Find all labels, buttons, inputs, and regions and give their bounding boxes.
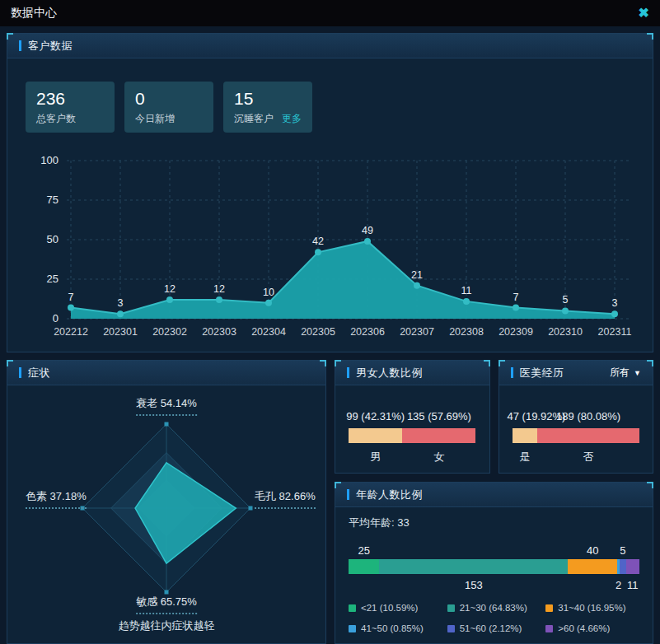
trend-data-point[interactable] bbox=[513, 305, 519, 311]
legend-label: 51~60 (2.12%) bbox=[460, 623, 522, 633]
y-axis-tick: 100 bbox=[40, 154, 59, 166]
bar-segment[interactable] bbox=[349, 428, 402, 443]
trend-data-point[interactable] bbox=[216, 296, 222, 303]
trend-data-point[interactable] bbox=[611, 310, 618, 317]
bar-segment[interactable] bbox=[402, 428, 475, 443]
trend-value-label: 21 bbox=[411, 269, 423, 281]
total-customers-value: 236 bbox=[36, 88, 104, 109]
age-count-label: 11 bbox=[627, 579, 639, 591]
radar-axis-label-text: 衰老 54.14% bbox=[136, 397, 197, 409]
trend-data-point[interactable] bbox=[364, 238, 371, 245]
legend-item[interactable]: 41~50 (0.85%) bbox=[349, 623, 442, 633]
legend-item[interactable]: 21~30 (64.83%) bbox=[447, 603, 541, 613]
age-top-labels: 25405 bbox=[349, 544, 639, 558]
segment-category-label: 否 bbox=[583, 450, 594, 464]
trend-data-point[interactable] bbox=[265, 300, 272, 306]
age-count-label: 153 bbox=[465, 579, 483, 591]
age-panel-title: 年龄人数比例 bbox=[356, 488, 423, 502]
age-bar-segment[interactable] bbox=[349, 559, 379, 574]
trend-data-point[interactable] bbox=[117, 310, 124, 317]
gender-labels-row: 男女 bbox=[349, 450, 476, 464]
dotted-underline bbox=[26, 507, 87, 509]
trend-data-point[interactable] bbox=[463, 298, 470, 305]
gender-panel-title: 男女人数比例 bbox=[356, 366, 423, 380]
trend-value-label: 42 bbox=[312, 236, 324, 247]
gender-bar bbox=[349, 428, 476, 443]
x-axis-label: 202307 bbox=[400, 326, 434, 338]
customer-panel-title: 客户数据 bbox=[28, 39, 73, 54]
trend-data-point[interactable] bbox=[315, 249, 321, 255]
age-panel-body: 平均年龄: 33 25405 153211 <21 (10.59%)21~30 … bbox=[335, 507, 653, 637]
x-axis-label: 202304 bbox=[251, 326, 286, 338]
radar-axis-label: 色素 37.18% bbox=[26, 489, 87, 509]
x-axis-label: 202212 bbox=[54, 326, 88, 338]
radar-axis-label-text: 敏感 65.75% bbox=[136, 595, 197, 608]
legend-swatch bbox=[545, 625, 553, 632]
average-age-label: 平均年龄: bbox=[349, 516, 395, 529]
trend-area-fill bbox=[71, 241, 615, 319]
radar-axis-label: 敏感 65.75% bbox=[136, 595, 197, 614]
trend-value-label: 10 bbox=[263, 287, 274, 298]
new-today-value: 0 bbox=[135, 88, 203, 109]
legend-label: >60 (4.66%) bbox=[558, 623, 610, 633]
legend-swatch bbox=[349, 604, 356, 612]
age-count-label: 2 bbox=[616, 579, 621, 591]
age-count-label: 40 bbox=[587, 544, 598, 557]
gender-ratio-panel: 男女人数比例 99 (42.31%)135 (57.69%) 男女 bbox=[335, 360, 490, 474]
medbeauty-labels-row: 是否 bbox=[513, 450, 640, 464]
age-bar-segment[interactable] bbox=[620, 559, 625, 574]
legend-item[interactable]: 51~60 (2.12%) bbox=[447, 623, 541, 633]
age-count-label: 25 bbox=[358, 544, 369, 557]
trend-data-point[interactable] bbox=[68, 305, 74, 311]
dashboard-content: 客户数据 236 总客户数 0 今日新增 15 bbox=[0, 26, 660, 644]
age-bottom-labels: 153211 bbox=[349, 579, 639, 592]
y-axis-tick: 25 bbox=[47, 273, 59, 285]
y-axis-tick: 50 bbox=[47, 233, 59, 245]
trend-value-label: 7 bbox=[513, 292, 519, 303]
segment-value-label: 189 (80.08%) bbox=[556, 410, 620, 422]
dotted-underline bbox=[255, 507, 316, 509]
legend-item[interactable]: <21 (10.59%) bbox=[349, 603, 442, 613]
x-axis-label: 202311 bbox=[598, 326, 632, 338]
trend-value-label: 12 bbox=[164, 283, 176, 295]
trend-value-label: 3 bbox=[612, 297, 618, 309]
age-bar bbox=[349, 559, 639, 574]
customer-panel-header: 客户数据 bbox=[7, 34, 653, 58]
legend-item[interactable]: 31~40 (16.95%) bbox=[545, 603, 639, 613]
symptoms-panel: 症状 衰老 54.14%毛孔 82.66%敏感 65.75%色素 37.18% … bbox=[7, 360, 326, 644]
gender-values-row: 99 (42.31%)135 (57.69%) bbox=[349, 410, 476, 424]
stat-card-total-customers: 236 总客户数 bbox=[26, 82, 115, 133]
legend-label: 21~30 (64.83%) bbox=[460, 603, 527, 613]
age-bar-segment[interactable] bbox=[568, 559, 617, 574]
trend-value-label: 3 bbox=[118, 297, 124, 309]
segment-category-label: 男 bbox=[370, 450, 381, 464]
trend-value-label: 12 bbox=[213, 283, 225, 295]
bar-segment[interactable] bbox=[537, 428, 639, 443]
medbeauty-bar bbox=[513, 428, 640, 443]
trend-data-point[interactable] bbox=[414, 282, 420, 289]
age-bar-segment[interactable] bbox=[626, 559, 639, 574]
age-legend: <21 (10.59%)21~30 (64.83%)31~40 (16.95%)… bbox=[349, 603, 639, 633]
title-accent-bar bbox=[19, 367, 21, 378]
total-customers-label: 总客户数 bbox=[36, 112, 76, 126]
customer-data-panel: 客户数据 236 总客户数 0 今日新增 15 bbox=[7, 33, 653, 352]
title-accent-bar bbox=[347, 489, 349, 500]
legend-item[interactable]: >60 (4.66%) bbox=[545, 623, 639, 633]
gender-ratio-chart: 99 (42.31%)135 (57.69%) 男女 bbox=[349, 410, 476, 464]
title-accent-bar bbox=[19, 40, 21, 51]
more-link[interactable]: 更多 bbox=[282, 112, 302, 126]
segment-value-label: 99 (42.31%) bbox=[346, 410, 405, 422]
age-panel-header: 年龄人数比例 bbox=[335, 483, 653, 507]
trend-data-point[interactable] bbox=[562, 307, 569, 314]
radar-axis-label: 衰老 54.14% bbox=[136, 396, 197, 416]
age-bar-segment[interactable] bbox=[379, 559, 568, 574]
bar-segment[interactable] bbox=[513, 428, 538, 443]
segment-category-label: 是 bbox=[519, 450, 530, 464]
radar-axis-label-text: 色素 37.18% bbox=[26, 490, 87, 502]
close-icon[interactable]: ✖ bbox=[639, 7, 649, 20]
medbeauty-filter-dropdown[interactable]: 所有 ▼ bbox=[610, 366, 641, 380]
new-today-label: 今日新增 bbox=[135, 112, 175, 126]
average-age-value: 33 bbox=[397, 516, 409, 529]
trend-data-point[interactable] bbox=[166, 296, 173, 303]
customer-trend-chart: 0255075100731212104249211175320221220230… bbox=[26, 149, 634, 340]
